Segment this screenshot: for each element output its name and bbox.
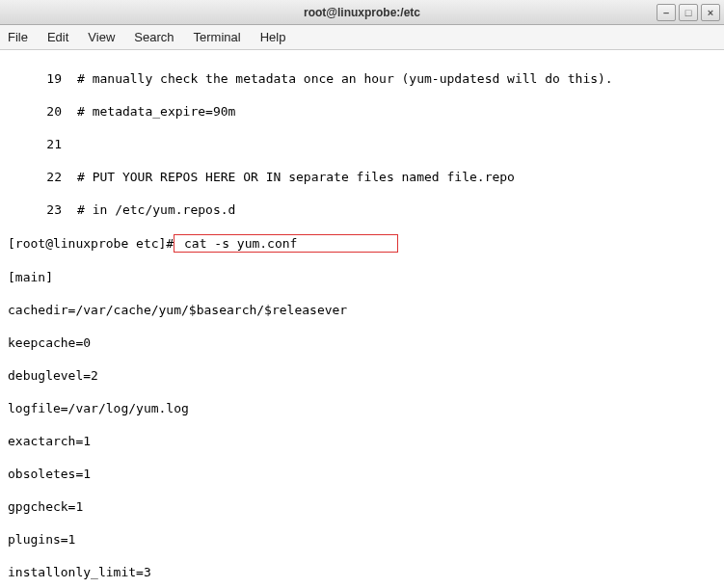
prompt-text: [root@linuxprobe etc]# — [8, 236, 174, 251]
close-button[interactable]: × — [701, 4, 720, 21]
menu-view[interactable]: View — [88, 30, 115, 44]
terminal-line: gpgcheck=1 — [8, 498, 716, 515]
line-number: 23 — [8, 201, 62, 218]
terminal-line: logfile=/var/log/yum.log — [8, 400, 716, 416]
terminal-line: debuglevel=2 — [8, 367, 716, 384]
line-number: 20 — [8, 103, 62, 120]
window-titlebar: root@linuxprobe:/etc – □ × — [0, 0, 724, 25]
terminal-line: 23# in /etc/yum.repos.d — [8, 201, 716, 218]
menu-terminal[interactable]: Terminal — [194, 30, 241, 44]
line-text: # metadata_expire=90m — [77, 104, 235, 119]
menu-search[interactable]: Search — [134, 30, 174, 44]
menubar: File Edit View Search Terminal Help — [0, 25, 724, 50]
terminal-line: plugins=1 — [8, 531, 716, 548]
terminal-output[interactable]: 19# manually check the metadata once an … — [0, 50, 724, 588]
minimize-button[interactable]: – — [657, 4, 676, 21]
menu-file[interactable]: File — [8, 30, 28, 44]
terminal-line: [root@linuxprobe etc]# cat -s yum.conf — [8, 234, 716, 253]
terminal-line: keepcache=0 — [8, 334, 716, 351]
line-number: 22 — [8, 169, 62, 185]
line-text: # PUT YOUR REPOS HERE OR IN separate fil… — [77, 170, 515, 184]
window-controls: – □ × — [657, 4, 720, 21]
line-number: 21 — [8, 136, 62, 152]
line-number: 19 — [8, 70, 62, 87]
maximize-button[interactable]: □ — [679, 4, 698, 21]
menu-edit[interactable]: Edit — [47, 30, 68, 44]
terminal-line: 20# metadata_expire=90m — [8, 103, 716, 120]
line-text: # in /etc/yum.repos.d — [77, 202, 235, 217]
terminal-line: installonly_limit=3 — [8, 564, 716, 580]
terminal-line: 21 — [8, 136, 716, 152]
window-title: root@linuxprobe:/etc — [304, 6, 420, 19]
highlighted-command: cat -s yum.conf — [174, 234, 398, 253]
terminal-line: [main] — [8, 269, 716, 285]
terminal-line: 19# manually check the metadata once an … — [8, 70, 716, 87]
terminal-line: obsoletes=1 — [8, 466, 716, 482]
terminal-line: 22# PUT YOUR REPOS HERE OR IN separate f… — [8, 169, 716, 185]
terminal-line: exactarch=1 — [8, 433, 716, 449]
terminal-line: cachedir=/var/cache/yum/$basearch/$relea… — [8, 302, 716, 318]
menu-help[interactable]: Help — [260, 30, 286, 44]
line-text: # manually check the metadata once an ho… — [77, 71, 613, 86]
